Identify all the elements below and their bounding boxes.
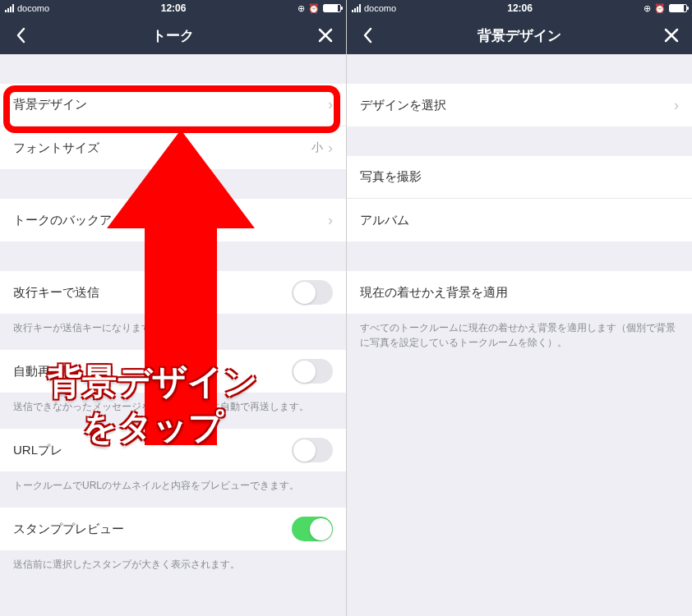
orientation-lock-icon: ⊕ (298, 3, 305, 14)
status-bar: docomo 12:06 ⊕ ⏰ (0, 0, 346, 16)
carrier-label: docomo (364, 3, 396, 13)
close-icon (664, 28, 679, 43)
nav-bar: トーク (0, 16, 346, 54)
back-button[interactable] (355, 23, 380, 48)
close-button[interactable] (313, 23, 338, 48)
nav-title: 背景デザイン (477, 26, 561, 45)
carrier-label: docomo (17, 3, 49, 13)
toggle-auto-resend[interactable] (292, 359, 333, 384)
row-desc: 改行キーが送信キーになります。 (0, 314, 346, 335)
row-value: 小 (311, 140, 323, 155)
row-desc: 送信できなかったメッセージを、一定時間後に自動で再送します。 (0, 393, 346, 414)
row-background-design[interactable]: 背景デザイン › (0, 84, 346, 126)
nav-title: トーク (152, 26, 194, 45)
status-time: 12:06 (507, 2, 533, 14)
row-backup[interactable]: トークのバックアップ › (0, 199, 346, 241)
toggle-url-preview[interactable] (292, 438, 333, 462)
left-screen: docomo 12:06 ⊕ ⏰ トーク 背景デザイン › フォントサイズ 小 … (0, 0, 346, 616)
back-button[interactable] (8, 23, 33, 48)
row-desc: すべてのトークルームに現在の着せかえ背景を適用します（個別で背景に写真を設定して… (347, 314, 692, 350)
alarm-icon: ⏰ (654, 3, 666, 14)
chevron-left-icon (362, 27, 372, 44)
signal-icon (5, 4, 14, 12)
chevron-right-icon: › (328, 96, 333, 113)
right-screen: docomo 12:06 ⊕ ⏰ 背景デザイン デザインを選択 › 写真を撮影 … (346, 0, 692, 616)
chevron-right-icon: › (674, 97, 679, 114)
chevron-right-icon: › (328, 140, 333, 157)
row-font-size[interactable]: フォントサイズ 小 › (0, 126, 346, 169)
row-label: 写真を撮影 (360, 169, 679, 185)
row-label: 現在の着せかえ背景を適用 (360, 285, 679, 301)
chevron-left-icon (16, 27, 25, 44)
nav-bar: 背景デザイン (347, 16, 692, 54)
row-url-preview[interactable]: URLプレ (0, 429, 346, 471)
close-button[interactable] (659, 23, 684, 48)
row-apply-current[interactable]: 現在の着せかえ背景を適用 (347, 271, 692, 314)
alarm-icon: ⏰ (308, 3, 320, 14)
row-label: 自動再 (13, 364, 292, 379)
row-label: スタンププレビュー (13, 522, 292, 537)
settings-list[interactable]: デザインを選択 › 写真を撮影 アルバム 現在の着せかえ背景を適用 すべてのトー… (347, 54, 692, 616)
toggle-enter-send[interactable] (292, 280, 333, 305)
row-label: URLプレ (13, 443, 292, 458)
status-bar: docomo 12:06 ⊕ ⏰ (347, 0, 692, 16)
toggle-sticker-preview[interactable] (292, 517, 333, 541)
row-desc: 送信前に選択したスタンプが大きく表示されます。 (0, 550, 346, 572)
row-enter-send[interactable]: 改行キーで送信 (0, 271, 346, 314)
row-label: 背景デザイン (13, 97, 328, 113)
status-time: 12:06 (161, 2, 187, 14)
chevron-right-icon: › (328, 212, 333, 229)
signal-icon (352, 4, 361, 12)
row-album[interactable]: アルバム (347, 199, 692, 241)
settings-list[interactable]: 背景デザイン › フォントサイズ 小 › トークのバックアップ › 改行キーで送… (0, 54, 346, 616)
row-take-photo[interactable]: 写真を撮影 (347, 156, 692, 199)
battery-icon (323, 4, 341, 12)
close-icon (318, 28, 333, 43)
row-label: アルバム (360, 213, 679, 228)
row-label: フォントサイズ (13, 140, 311, 156)
row-label: トークのバックアップ (13, 213, 328, 228)
row-sticker-preview[interactable]: スタンププレビュー (0, 508, 346, 550)
row-select-design[interactable]: デザインを選択 › (347, 84, 692, 126)
battery-icon (669, 4, 687, 12)
row-auto-resend[interactable]: 自動再 (0, 350, 346, 393)
row-label: 改行キーで送信 (13, 285, 292, 301)
row-label: デザインを選択 (360, 98, 674, 113)
row-desc: トークルームでURLのサムネイルと内容をプレビューできます。 (0, 471, 346, 493)
orientation-lock-icon: ⊕ (644, 3, 651, 14)
